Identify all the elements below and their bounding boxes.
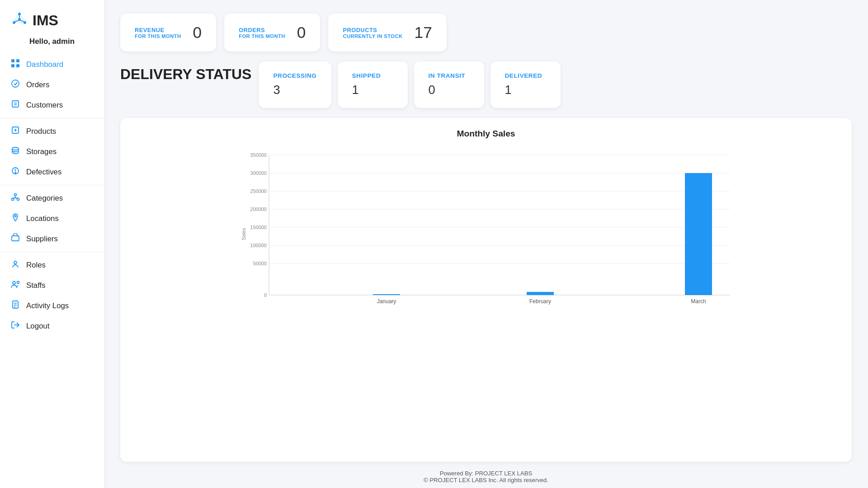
- divider-3: [0, 252, 104, 252]
- suppliers-icon: [11, 233, 20, 244]
- processing-value: 3: [273, 83, 316, 97]
- svg-point-21: [12, 147, 19, 150]
- delivery-card-delivered: DELIVERED 1: [491, 61, 561, 108]
- svg-text:50000: 50000: [253, 261, 267, 266]
- delivered-label: DELIVERED: [505, 72, 546, 79]
- svg-point-35: [17, 282, 19, 284]
- svg-rect-11: [16, 59, 19, 62]
- logo: IMS: [0, 11, 69, 33]
- footer-line1: Powered By: PROJECT LEX LABS: [120, 470, 852, 477]
- chart-container: Monthly Sales Sales 350000 300000 250000…: [120, 118, 852, 462]
- delivered-value: 1: [505, 83, 546, 97]
- sidebar-item-orders[interactable]: Orders: [0, 75, 104, 95]
- delivery-cards: PROCESSING 3 SHIPPED 1 IN TRANSIT 0 DELI…: [259, 61, 560, 108]
- sidebar-label-locations: Locations: [26, 214, 59, 223]
- roles-icon: [11, 259, 20, 271]
- svg-rect-32: [12, 236, 19, 241]
- shipped-value: 1: [352, 83, 393, 97]
- sidebar-label-orders: Orders: [26, 80, 49, 89]
- sidebar-label-products: Products: [26, 127, 56, 136]
- svg-line-5: [15, 20, 19, 22]
- activity-icon: [11, 300, 20, 311]
- svg-text:250000: 250000: [250, 188, 267, 194]
- svg-rect-12: [11, 64, 14, 67]
- sidebar-item-suppliers[interactable]: Suppliers: [0, 229, 104, 249]
- revenue-label-group: REVENUE FOR THIS MONTH: [135, 27, 181, 39]
- sidebar-item-logout[interactable]: Logout: [0, 316, 104, 336]
- svg-point-14: [12, 80, 19, 87]
- orders-label-group: ORDERS FOR THIS MONTH: [239, 27, 285, 39]
- sidebar-label-logout: Logout: [26, 322, 49, 331]
- svg-point-31: [14, 215, 16, 217]
- divider-2: [0, 185, 104, 185]
- sidebar-label-dashboard: Dashboard: [26, 60, 63, 69]
- sidebar-label-suppliers: Suppliers: [26, 235, 58, 244]
- shipped-label: SHIPPED: [352, 72, 393, 79]
- products-label: PRODUCTS: [343, 27, 402, 33]
- svg-point-33: [14, 261, 17, 264]
- sidebar-label-customers: Customers: [26, 101, 63, 110]
- logout-icon: [11, 320, 20, 332]
- chart-area: Sales 350000 300000 250000 200000 150000: [131, 146, 841, 313]
- svg-rect-13: [16, 64, 19, 67]
- svg-line-6: [20, 20, 24, 22]
- staffs-icon: [11, 280, 20, 291]
- storages-icon: [11, 146, 20, 157]
- label-march: March: [691, 298, 706, 305]
- sidebar-label-storages: Storages: [26, 147, 57, 156]
- products-sublabel: CURRENTLY IN STOCK: [343, 33, 402, 39]
- sidebar: IMS Hello, admin Dashboard Orders Custom…: [0, 0, 104, 488]
- products-icon: [11, 126, 20, 137]
- defectives-icon: [11, 166, 20, 178]
- orders-value: 0: [297, 23, 306, 42]
- sidebar-item-activity-logs[interactable]: Activity Logs: [0, 296, 104, 316]
- sidebar-item-dashboard[interactable]: Dashboard: [0, 54, 104, 75]
- svg-text:100000: 100000: [250, 243, 267, 248]
- divider-1: [0, 118, 104, 118]
- svg-point-34: [13, 282, 15, 284]
- sidebar-item-staffs[interactable]: Staffs: [0, 275, 104, 296]
- bar-february: [527, 292, 554, 295]
- processing-label: PROCESSING: [273, 72, 316, 79]
- svg-text:150000: 150000: [250, 225, 267, 230]
- sidebar-item-products[interactable]: Products: [0, 121, 104, 141]
- stat-card-revenue: REVENUE FOR THIS MONTH 0: [120, 14, 216, 52]
- sidebar-item-defectives[interactable]: Defectives: [0, 162, 104, 182]
- stat-card-orders: ORDERS FOR THIS MONTH 0: [224, 14, 320, 52]
- svg-point-25: [14, 194, 17, 196]
- delivery-status-title: DELIVERY STATUS: [120, 61, 251, 108]
- delivery-card-processing: PROCESSING 3: [259, 61, 331, 108]
- sidebar-label-defectives: Defectives: [26, 168, 61, 177]
- sidebar-label-staffs: Staffs: [26, 281, 46, 290]
- monthly-sales-chart: Sales 350000 300000 250000 200000 150000: [131, 146, 841, 313]
- orders-sublabel: FOR THIS MONTH: [239, 33, 285, 39]
- chart-title: Monthly Sales: [131, 129, 841, 139]
- footer: Powered By: PROJECT LEX LABS © PROJECT L…: [120, 462, 852, 488]
- locations-icon: [11, 213, 20, 224]
- products-value: 17: [415, 23, 432, 42]
- logo-icon: [11, 11, 28, 30]
- svg-text:350000: 350000: [250, 152, 267, 158]
- delivery-status-row: DELIVERY STATUS PROCESSING 3 SHIPPED 1 I…: [120, 61, 852, 108]
- delivery-card-in-transit: IN TRANSIT 0: [414, 61, 484, 108]
- bar-march: [685, 173, 712, 295]
- sidebar-item-customers[interactable]: Customers: [0, 95, 104, 115]
- bar-january: [373, 294, 400, 295]
- sidebar-item-locations[interactable]: Locations: [0, 208, 104, 229]
- stat-card-products: PRODUCTS CURRENTLY IN STOCK 17: [328, 14, 446, 52]
- main-content: REVENUE FOR THIS MONTH 0 ORDERS FOR THIS…: [104, 0, 868, 488]
- label-january: January: [377, 298, 396, 305]
- revenue-sublabel: FOR THIS MONTH: [135, 33, 181, 39]
- svg-rect-10: [11, 59, 14, 62]
- svg-text:200000: 200000: [250, 206, 267, 212]
- orders-label: ORDERS: [239, 27, 285, 33]
- sidebar-label-activity-logs: Activity Logs: [26, 301, 69, 310]
- greeting: Hello, admin: [0, 33, 104, 54]
- in-transit-label: IN TRANSIT: [429, 72, 470, 79]
- sidebar-item-roles[interactable]: Roles: [0, 255, 104, 275]
- sidebar-item-storages[interactable]: Storages: [0, 141, 104, 162]
- sidebar-item-categories[interactable]: Categories: [0, 188, 104, 208]
- svg-rect-15: [12, 101, 19, 107]
- footer-line2: © PROJECT LEX LABS Inc. All rights reser…: [120, 477, 852, 483]
- revenue-value: 0: [193, 23, 202, 42]
